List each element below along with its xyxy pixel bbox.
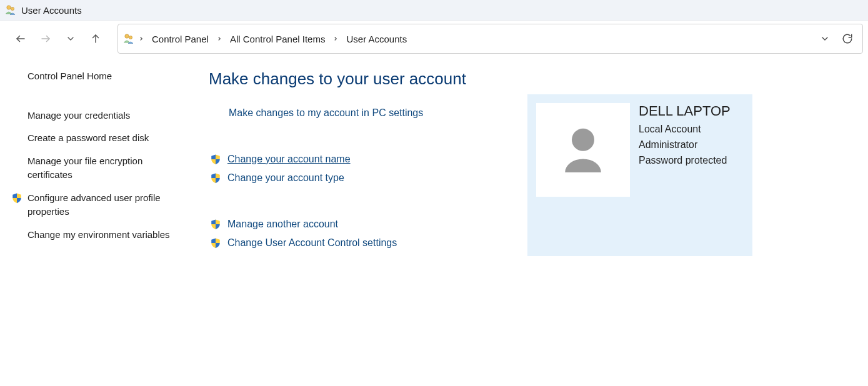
user-accounts-path-icon [123,33,134,44]
title-bar: User Accounts [0,0,868,21]
shield-icon [11,192,24,204]
page-heading: Make changes to your user account [209,69,509,89]
address-box[interactable]: Control Panel All Control Panel Items Us… [117,24,863,54]
nav-recent-dropdown[interactable] [60,28,81,49]
user-accounts-app-icon [5,4,16,16]
action-link-label: Change your account name [227,154,351,165]
action-link-label: Manage another account [227,219,338,230]
sidebar-link-label: Manage your credentials [27,109,130,123]
action-link[interactable]: Change User Account Control settings [209,237,509,249]
account-password-line: Password protected [639,153,731,169]
shield-icon [210,237,221,249]
action-link[interactable]: Change your account name [209,154,509,165]
action-link-label: Make changes to my account in PC setting… [229,107,423,119]
sidebar-link-label: Configure advanced user profile properti… [27,191,184,219]
action-link-label: Change User Account Control settings [227,237,397,249]
sidebar-link-label: Create a password reset disk [27,131,149,146]
sidebar: Control Panel HomeManage your credential… [7,69,195,256]
content-area: Control Panel HomeManage your credential… [0,57,868,256]
sidebar-link-label: Manage your file encryption certificates [27,154,184,182]
chevron-right-icon[interactable] [215,36,224,42]
address-history-dropdown[interactable] [815,29,835,49]
window-title: User Accounts [21,5,82,16]
sidebar-link[interactable]: Configure advanced user profile properti… [27,191,184,219]
avatar [536,103,630,197]
account-type-line: Local Account [639,122,731,137]
svg-point-6 [129,36,132,39]
shield-icon [210,219,221,230]
shield-icon [210,172,221,184]
action-link[interactable]: Manage another account [209,219,509,230]
svg-point-7 [572,129,594,151]
svg-point-1 [11,7,14,10]
sidebar-link[interactable]: Manage your file encryption certificates [27,154,184,182]
shield-icon [210,154,221,165]
account-name: DELL LAPTOP [639,103,731,119]
nav-back-button[interactable] [10,28,31,49]
sidebar-link-label: Control Panel Home [27,69,112,84]
action-link-label: Change your account type [227,172,344,184]
sidebar-link[interactable]: Create a password reset disk [27,131,184,146]
account-role-line: Administrator [639,137,731,153]
chevron-right-icon[interactable] [137,36,146,42]
account-info: DELL LAPTOP Local Account Administrator … [639,103,731,168]
breadcrumb-user-accounts[interactable]: User Accounts [342,31,411,47]
sidebar-link[interactable]: Control Panel Home [27,69,184,84]
breadcrumb-control-panel[interactable]: Control Panel [148,31,212,47]
nav-forward-button[interactable] [35,28,56,49]
sidebar-link-label: Change my environment variables [27,228,170,242]
sidebar-link[interactable]: Change my environment variables [27,228,184,242]
svg-point-0 [7,6,11,9]
nav-up-button[interactable] [85,28,106,49]
account-card: DELL LAPTOP Local Account Administrator … [527,94,752,256]
main-panel: Make changes to your user account Make c… [195,69,853,256]
breadcrumb-all-items[interactable]: All Control Panel Items [226,31,329,47]
chevron-right-icon[interactable] [331,36,340,42]
svg-point-5 [125,34,129,38]
refresh-button[interactable] [837,29,857,49]
address-bar-row: Control Panel All Control Panel Items Us… [0,21,868,57]
action-link[interactable]: Make changes to my account in PC setting… [209,107,509,119]
sidebar-link[interactable]: Manage your credentials [27,109,184,123]
action-link[interactable]: Change your account type [209,172,509,184]
